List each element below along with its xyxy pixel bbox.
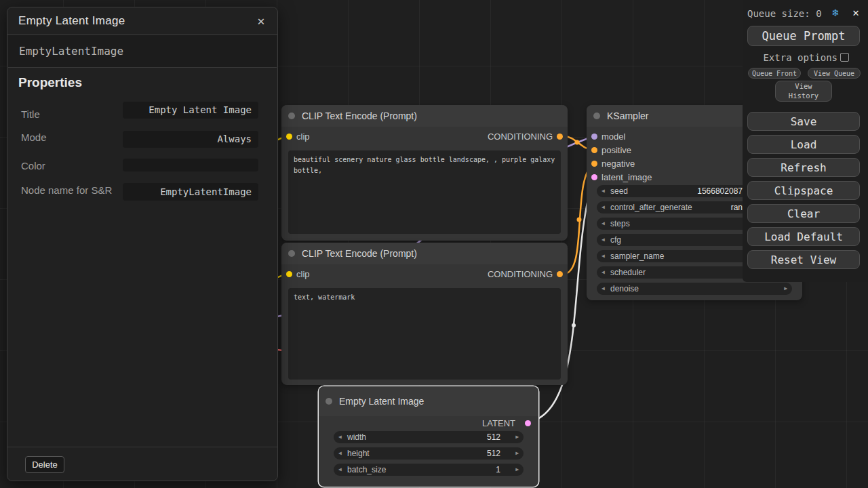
node-header[interactable]: Empty Latent Image	[319, 386, 538, 416]
arrow-left-icon[interactable]: ◀	[601, 237, 605, 243]
slot-row: clip CONDITIONING	[281, 129, 568, 143]
node-header[interactable]: CLIP Text Encode (Prompt)	[281, 105, 568, 127]
clear-button[interactable]: Clear	[747, 204, 860, 223]
node-title: CLIP Text Encode (Prompt)	[302, 248, 417, 259]
close-icon[interactable]: ✕	[850, 7, 862, 19]
positive-input-slot[interactable]	[591, 147, 597, 153]
arrow-right-icon[interactable]: ▶	[784, 285, 787, 292]
node-clip-text-encode-positive[interactable]: CLIP Text Encode (Prompt) clip CONDITION…	[281, 105, 568, 241]
load-button[interactable]: Load	[747, 135, 860, 154]
arrow-left-icon[interactable]: ◀	[601, 285, 605, 292]
comfy-menu: Queue size: 0 ❄ ✕ Queue Prompt Extra opt…	[743, 0, 868, 282]
node-class-name: EmptyLatentImage	[19, 35, 123, 68]
collapse-dot-icon[interactable]	[326, 398, 332, 405]
widget-label: cfg	[610, 235, 621, 245]
widget-label: sampler_name	[610, 251, 664, 261]
widget-label: batch_size	[347, 465, 386, 474]
widget-label: steps	[610, 219, 630, 228]
sr-field-label: Node name for S&R	[21, 184, 116, 197]
color-field-input[interactable]	[123, 159, 258, 171]
wire-midpoint-dot	[577, 218, 582, 222]
widget-value: 512	[487, 432, 500, 442]
arrow-left-icon[interactable]: ◀	[338, 434, 342, 441]
dialog-title: Empty Latent Image	[18, 7, 125, 35]
conditioning-output-slot[interactable]	[557, 271, 563, 277]
slot-label-negative: negative	[601, 159, 635, 169]
clip-input-slot[interactable]	[286, 271, 292, 277]
node-title: KSampler	[607, 110, 648, 121]
view-queue-button[interactable]: View Queue	[808, 68, 861, 79]
arrow-right-icon[interactable]: ▶	[515, 434, 519, 441]
queue-size-label: Queue size: 0	[747, 8, 822, 19]
prompt-textarea[interactable]: text, watermark	[288, 288, 561, 380]
queue-front-button[interactable]: Queue Front	[748, 68, 801, 79]
collapse-dot-icon[interactable]	[288, 113, 295, 119]
dialog-titlebar: Empty Latent Image ✕	[7, 7, 277, 35]
save-button[interactable]: Save	[747, 112, 860, 131]
node-empty-latent-image[interactable]: Empty Latent Image LATENT ◀ width 512 ▶ …	[319, 386, 538, 487]
sr-field-input[interactable]: EmptyLatentImage	[123, 183, 258, 201]
delete-button[interactable]: Delete	[25, 456, 64, 473]
arrow-left-icon[interactable]: ◀	[601, 253, 605, 260]
widget-label: denoise	[610, 284, 639, 293]
collapse-dot-icon[interactable]	[593, 113, 600, 119]
widget-value: 512	[487, 449, 500, 458]
wire-midpoint-dot	[575, 140, 580, 145]
denoise-widget[interactable]: ◀ denoise ▶	[597, 283, 792, 295]
title-field-label: Title	[21, 108, 40, 121]
widget-label: seed	[610, 186, 628, 196]
refresh-button[interactable]: Refresh	[747, 158, 860, 177]
height-widget[interactable]: ◀ height 512 ▶	[334, 447, 524, 460]
arrow-left-icon[interactable]: ◀	[338, 450, 342, 457]
reset-view-button[interactable]: Reset View	[747, 250, 860, 269]
widget-label: width	[347, 432, 366, 442]
mode-field-input[interactable]: Always	[123, 131, 258, 148]
slot-row: LATENT	[319, 416, 538, 430]
node-properties-panel: Empty Latent Image ✕ EmptyLatentImage Pr…	[7, 7, 278, 481]
model-input-slot[interactable]	[591, 134, 597, 140]
prompt-textarea[interactable]: beautiful scenery nature glass bottle la…	[288, 150, 561, 234]
node-header[interactable]: CLIP Text Encode (Prompt)	[281, 243, 568, 264]
arrow-left-icon[interactable]: ◀	[601, 269, 605, 276]
widget-value: 1566802087	[697, 186, 743, 196]
mode-field-label: Mode	[21, 131, 47, 144]
queue-prompt-button[interactable]: Queue Prompt	[747, 26, 860, 46]
slot-label-conditioning: CONDITIONING	[488, 131, 553, 142]
arrow-right-icon[interactable]: ▶	[515, 466, 519, 473]
arrow-left-icon[interactable]: ◀	[601, 188, 605, 195]
slot-row: clip CONDITIONING	[281, 267, 568, 281]
slot-label-conditioning: CONDITIONING	[488, 269, 553, 279]
widget-value: ran	[731, 203, 743, 212]
width-widget[interactable]: ◀ width 512 ▶	[334, 431, 524, 443]
negative-input-slot[interactable]	[591, 161, 597, 167]
arrow-left-icon[interactable]: ◀	[601, 220, 605, 227]
node-title: CLIP Text Encode (Prompt)	[302, 110, 417, 121]
widget-label: height	[347, 449, 370, 458]
extra-options-checkbox[interactable]	[840, 53, 849, 62]
latent-output-slot[interactable]	[525, 420, 531, 426]
properties-section-title: Properties	[18, 75, 82, 90]
close-icon[interactable]: ✕	[253, 13, 269, 29]
batch-size-widget[interactable]: ◀ batch_size 1 ▶	[334, 464, 524, 476]
node-title: Empty Latent Image	[339, 396, 424, 407]
wire-midpoint-dot	[572, 323, 576, 327]
collapse-dot-icon[interactable]	[288, 250, 295, 257]
slot-label-clip: clip	[296, 269, 310, 279]
arrow-right-icon[interactable]: ▶	[515, 450, 519, 457]
latent-image-input-slot[interactable]	[591, 174, 597, 180]
clipspace-button[interactable]: Clipspace	[747, 181, 860, 200]
clip-input-slot[interactable]	[286, 134, 292, 140]
conditioning-output-slot[interactable]	[557, 134, 563, 140]
load-default-button[interactable]: Load Default	[747, 227, 860, 246]
slot-label-clip: clip	[296, 131, 310, 142]
title-field-input[interactable]: Empty Latent Image	[123, 102, 258, 119]
arrow-left-icon[interactable]: ◀	[601, 204, 605, 211]
node-clip-text-encode-negative[interactable]: CLIP Text Encode (Prompt) clip CONDITION…	[281, 243, 568, 385]
settings-icon[interactable]: ❄	[829, 7, 842, 19]
slot-label-latent-image: latent_image	[601, 172, 652, 182]
arrow-left-icon[interactable]: ◀	[338, 466, 342, 473]
color-field-label: Color	[21, 159, 45, 173]
widget-label: scheduler	[610, 268, 646, 277]
widget-label: control_after_generate	[610, 203, 692, 212]
view-history-button[interactable]: View History	[775, 81, 832, 102]
